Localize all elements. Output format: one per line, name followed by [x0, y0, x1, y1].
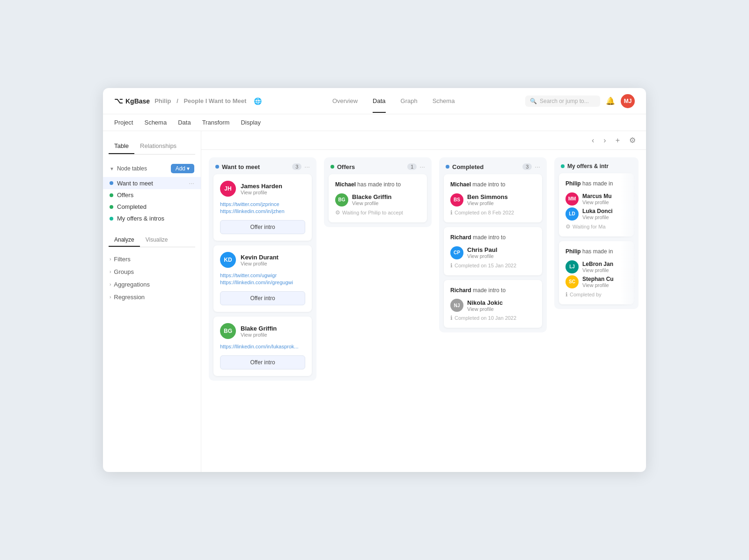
person-name: Ben Simmons — [467, 193, 508, 200]
toolbar-project[interactable]: Project — [114, 119, 133, 126]
avatar: BG — [220, 323, 236, 339]
analyze-visualize-tabs: Analyze Visualize — [109, 234, 195, 247]
add-col-button[interactable]: + — [613, 135, 623, 146]
avatar: JH — [220, 181, 236, 197]
col-count: 1 — [407, 163, 417, 170]
tab-graph[interactable]: Graph — [401, 89, 418, 113]
kanban-cards: JH James Harden View profile https://twi… — [209, 174, 316, 381]
tab-overview[interactable]: Overview — [332, 89, 358, 113]
node-tables-label: ▼ Node tables — [110, 165, 147, 172]
gear-icon: ⚙ — [335, 209, 340, 216]
intro-person: CP Chris Paul View profile — [450, 246, 536, 259]
node-tables-header: ▼ Node tables Add ▾ — [103, 162, 201, 177]
toolbar-transform[interactable]: Transform — [202, 119, 230, 126]
sidebar-item-my-offers[interactable]: My offers & intros — [103, 213, 201, 224]
kanban-topbar: ‹ › + ⚙ — [201, 131, 646, 150]
header-right: 🔍 Search or jump to... 🔔 MJ — [525, 94, 635, 108]
aggregations-label: Aggregations — [114, 281, 150, 288]
linkedin-url[interactable]: https://llinkedin.com/in/jzhen — [220, 208, 305, 214]
sidebar-item-label: Want to meet — [117, 180, 153, 187]
col-menu-icon[interactable]: ··· — [535, 163, 540, 170]
waiting-text: Waiting for Ma — [573, 224, 606, 229]
next-button[interactable]: › — [601, 135, 609, 146]
chevron-icon: ▼ — [110, 166, 114, 171]
offer-intro-button[interactable]: Offer intro — [220, 291, 305, 305]
sidebar-section-aggregations[interactable]: › Aggregations — [103, 279, 201, 290]
twitter-url[interactable]: https://twitter.com/ugwigr — [220, 273, 305, 278]
search-box[interactable]: 🔍 Search or jump to... — [525, 96, 600, 107]
tab-visualize[interactable]: Visualize — [140, 234, 174, 247]
view-profile-link[interactable]: View profile — [241, 332, 277, 338]
view-profile-link[interactable]: View profile — [582, 267, 613, 273]
sidebar-section-regression[interactable]: › Regression — [103, 292, 201, 302]
search-icon: 🔍 — [530, 98, 537, 104]
kanban-cards: Michael has made intro to BG Blacke Grif… — [324, 174, 432, 227]
card-person: KD Kevin Durant View profile — [220, 252, 305, 268]
person-name: Blacke Griffin — [352, 193, 392, 200]
gear-icon: ⚙ — [565, 223, 571, 230]
offer-intro-button[interactable]: Offer intro — [220, 355, 305, 369]
completed-text: Completed on 15 Jan 2022 — [455, 263, 516, 268]
tab-relationships[interactable]: Relationships — [134, 139, 182, 154]
person-name: Blake Griffin — [241, 325, 277, 332]
view-profile-link[interactable]: View profile — [467, 200, 508, 206]
sidebar-item-label: My offers & intros — [117, 215, 164, 222]
col-header-completed: Completed 3 ··· — [439, 157, 547, 174]
tab-data[interactable]: Data — [373, 89, 385, 113]
view-profile-link[interactable]: View profile — [582, 282, 614, 288]
view-profile-link[interactable]: View profile — [582, 214, 613, 220]
col-want-to-meet: Want to meet 3 ··· JH James Harden View … — [209, 157, 316, 381]
sidebar-item-want-to-meet[interactable]: Want to meet ··· — [103, 177, 201, 189]
tab-table[interactable]: Table — [109, 139, 134, 154]
card-blake-griffin: BG Blake Griffin View profile https://ll… — [213, 317, 312, 376]
linkedin-url[interactable]: https://llinkedin.com/in/lukasprok... — [220, 344, 305, 349]
col-menu-icon[interactable]: ··· — [304, 163, 310, 170]
sidebar-item-label: Offers — [117, 192, 133, 199]
toolbar-data[interactable]: Data — [178, 119, 191, 126]
col-dot-icon — [446, 165, 449, 169]
kanban-cards: Philip has made in MM Marcus Mu View pro… — [554, 173, 639, 309]
col-menu-icon[interactable]: ··· — [419, 163, 425, 170]
settings-button[interactable]: ⚙ — [626, 135, 639, 146]
app-window: ⌥ KgBase Philip / People I Want to Meet … — [103, 88, 646, 472]
offer-intro-button[interactable]: Offer intro — [220, 220, 305, 234]
col-offers: Offers 1 ··· Michael has made intro to B… — [324, 157, 432, 227]
bell-icon[interactable]: 🔔 — [606, 96, 615, 105]
add-button[interactable]: Add ▾ — [171, 164, 194, 173]
view-profile-link[interactable]: View profile — [467, 253, 497, 259]
view-profile-link[interactable]: View profile — [582, 199, 612, 205]
ellipsis-icon[interactable]: ··· — [189, 179, 194, 187]
twitter-url[interactable]: https://twitter.com/jzprince — [220, 201, 305, 207]
intro-text: Michael has made intro to — [335, 181, 420, 189]
toolbar-schema[interactable]: Schema — [144, 119, 167, 126]
sidebar-section-filters[interactable]: › Filters — [103, 254, 201, 265]
linkedin-url[interactable]: https://llinkedin.com/in/gregugwi — [220, 280, 305, 285]
intro-card-marcus: Philip has made in MM Marcus Mu View pro… — [559, 173, 634, 236]
intro-by: Michael — [450, 181, 471, 188]
user-avatar[interactable]: MJ — [621, 94, 635, 108]
view-profile-link[interactable]: View profile — [241, 261, 279, 266]
avatar: KD — [220, 252, 236, 268]
col-header-offers: Offers 1 ··· — [324, 157, 432, 174]
intro-person: NJ Nikola Jokic View profile — [450, 299, 536, 312]
breadcrumb-user[interactable]: Philip — [154, 97, 171, 104]
view-profile-link[interactable]: View profile — [241, 190, 282, 195]
sidebar-item-offers[interactable]: Offers — [103, 189, 201, 201]
view-profile-link[interactable]: View profile — [352, 200, 392, 206]
avatar: CP — [450, 246, 463, 259]
sidebar-item-completed[interactable]: Completed — [103, 201, 201, 213]
waiting-status: ⚙ Waiting for Ma — [565, 223, 627, 230]
sidebar-section-groups[interactable]: › Groups — [103, 266, 201, 277]
prev-button[interactable]: ‹ — [589, 135, 597, 146]
avatar: BS — [450, 193, 463, 206]
view-profile-link[interactable]: View profile — [467, 306, 503, 312]
col-completed: Completed 3 ··· Michael made intro to BS — [439, 157, 547, 332]
intro-person: MM Marcus Mu View profile — [565, 192, 627, 206]
sidebar-item-label: Completed — [117, 203, 147, 210]
intro-person: LJ LeBron Jan View profile — [565, 260, 627, 273]
card-person: JH James Harden View profile — [220, 181, 305, 197]
info-icon: ℹ — [450, 209, 453, 216]
tab-schema[interactable]: Schema — [433, 89, 455, 113]
tab-analyze[interactable]: Analyze — [109, 234, 140, 247]
toolbar-display[interactable]: Display — [241, 119, 261, 126]
